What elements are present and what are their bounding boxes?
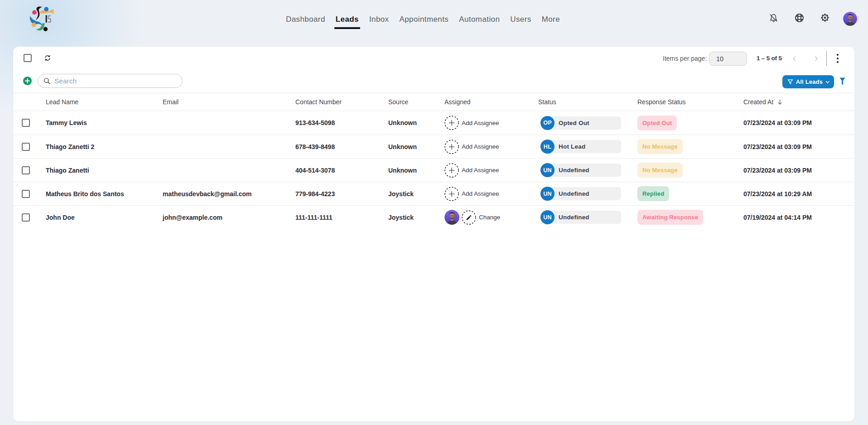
select-all-checkbox[interactable] xyxy=(24,54,32,62)
items-per-page-label: Items per page: xyxy=(663,55,707,62)
status-label: Undefined xyxy=(559,187,589,201)
add-assignee-label[interactable]: Add Assignee xyxy=(462,190,499,197)
checkbox-cell xyxy=(13,166,46,174)
source-cell: Joystick xyxy=(388,214,444,221)
row-checkbox[interactable] xyxy=(22,166,30,174)
status-code-badge: HL xyxy=(540,140,555,154)
response-status-pill: No Message xyxy=(637,139,683,154)
response-status-pill: Opted Out xyxy=(637,116,677,130)
table-row[interactable]: Thiago Zanetti 404-514-3078 Unknown Add … xyxy=(13,158,854,182)
more-options-icon[interactable] xyxy=(834,53,841,64)
contact-number-cell: 111-111-1111 xyxy=(295,214,388,221)
add-assignee-label[interactable]: Add Assignee xyxy=(462,143,499,150)
created-at-cell: 07/23/2024 at 03:09 PM xyxy=(743,119,854,126)
next-page-icon[interactable] xyxy=(813,55,819,61)
items-per-page-input[interactable]: 10 xyxy=(709,52,747,66)
add-assignee-label[interactable]: Add Assignee xyxy=(462,120,499,126)
table-row[interactable]: Tammy Lewis 913-634-5098 Unknown Add Ass… xyxy=(13,111,854,135)
response-status-cell: No Message xyxy=(637,139,743,154)
source-cell: Joystick xyxy=(388,190,444,198)
contact-number-cell: 678-439-8498 xyxy=(295,143,388,150)
email-cell: matheusdevback@gmail.com xyxy=(163,190,295,198)
status-chip[interactable]: OP Opted Out xyxy=(540,116,621,130)
user-avatar[interactable] xyxy=(843,12,857,26)
status-chip[interactable]: UN Undefined xyxy=(540,163,621,177)
lead-name-cell: Tammy Lewis xyxy=(46,119,163,126)
response-status-cell: Replied xyxy=(637,186,743,201)
response-status-cell: Opted Out xyxy=(637,116,743,130)
all-leads-label: All Leads xyxy=(796,78,823,85)
status-chip[interactable]: UN Undefined xyxy=(540,210,621,224)
change-assignee-label[interactable]: Change xyxy=(479,214,500,221)
row-checkbox[interactable] xyxy=(22,213,30,222)
email-cell: john@example.com xyxy=(163,214,295,221)
response-status-cell: No Message xyxy=(637,163,743,178)
status-code-badge: UN xyxy=(540,163,555,177)
status-label: Opted Out xyxy=(559,116,589,130)
refresh-icon[interactable] xyxy=(43,54,52,62)
col-header-status[interactable]: Status xyxy=(538,98,637,106)
search-icon xyxy=(43,77,51,85)
search-box xyxy=(38,74,183,88)
funnel-outline-icon xyxy=(787,78,794,85)
lead-name-cell: Matheus Brito dos Santos xyxy=(46,190,163,198)
status-code-badge: OP xyxy=(540,116,555,130)
row-checkbox[interactable] xyxy=(22,143,30,151)
lead-name-cell: Thiago Zanetti 2 xyxy=(46,143,163,150)
col-header-contact-number[interactable]: Contact Number xyxy=(295,98,388,106)
add-assignee-icon[interactable] xyxy=(444,187,459,201)
contact-number-cell: 913-634-5098 xyxy=(295,119,388,126)
add-assignee-icon[interactable] xyxy=(444,116,459,130)
assigned-wrap: Add Assignee xyxy=(444,187,538,201)
previous-page-icon[interactable] xyxy=(791,55,797,61)
col-header-email[interactable]: Email xyxy=(163,98,295,106)
created-at-cell: 07/19/2024 at 04:14 PM xyxy=(743,214,854,221)
contact-number-cell: 404-514-3078 xyxy=(295,167,388,174)
filter-funnel-icon[interactable] xyxy=(839,77,845,86)
table-row[interactable]: Thiago Zanetti 2 678-439-8498 Unknown Ad… xyxy=(13,135,854,158)
search-input[interactable] xyxy=(54,77,168,85)
row-checkbox[interactable] xyxy=(22,119,30,127)
edit-assignee-icon[interactable] xyxy=(462,210,476,225)
settings-icon[interactable] xyxy=(820,12,830,23)
response-status-pill: Replied xyxy=(637,186,669,201)
status-label: Undefined xyxy=(559,163,589,177)
source-cell: Unknown xyxy=(388,143,444,150)
status-label: Undefined xyxy=(559,210,589,224)
status-chip[interactable]: HL Hot Lead xyxy=(540,140,621,154)
page: DashboardLeadsInboxAppointmentsAutomatio… xyxy=(0,0,868,425)
row-checkbox[interactable] xyxy=(22,190,30,198)
status-code-badge: UN xyxy=(540,210,555,224)
response-status-pill: Awaiting Response xyxy=(637,210,703,225)
status-cell: UN Undefined xyxy=(538,187,637,201)
lead-name-cell: Thiago Zanetti xyxy=(46,167,163,174)
table-row[interactable]: Matheus Brito dos Santos matheusdevback@… xyxy=(13,182,854,205)
leads-table: Lead Name Email Contact Number Source As… xyxy=(13,93,854,229)
sort-desc-icon xyxy=(776,99,783,106)
col-header-assigned[interactable]: Assigned xyxy=(444,98,538,106)
checkbox-cell xyxy=(13,213,46,222)
status-cell: OP Opted Out xyxy=(538,116,637,130)
col-header-created-at[interactable]: Created At xyxy=(743,98,854,106)
add-assignee-icon[interactable] xyxy=(444,140,459,154)
assignee-avatar[interactable] xyxy=(444,210,459,225)
assigned-cell: Change xyxy=(444,210,538,225)
notifications-off-icon[interactable] xyxy=(768,13,779,23)
status-code-badge: UN xyxy=(540,187,555,201)
col-header-lead-name[interactable]: Lead Name xyxy=(46,98,163,106)
add-assignee-label[interactable]: Add Assignee xyxy=(462,167,499,174)
assigned-cell: Add Assignee xyxy=(444,116,538,130)
add-lead-button[interactable] xyxy=(23,77,32,85)
support-icon[interactable] xyxy=(794,13,805,23)
source-cell: Unknown xyxy=(388,167,444,174)
response-status-cell: Awaiting Response xyxy=(637,210,743,225)
response-status-pill: No Message xyxy=(637,163,683,178)
table-row[interactable]: John Doe john@example.com 111-111-1111 J… xyxy=(13,205,854,229)
col-header-response-status[interactable]: Response Status xyxy=(637,98,743,106)
header-actions xyxy=(0,0,868,40)
table-header-row: Lead Name Email Contact Number Source As… xyxy=(13,93,854,111)
status-chip[interactable]: UN Undefined xyxy=(540,187,621,201)
all-leads-filter-button[interactable]: All Leads xyxy=(782,75,834,88)
add-assignee-icon[interactable] xyxy=(444,163,459,178)
col-header-source[interactable]: Source xyxy=(388,98,444,106)
